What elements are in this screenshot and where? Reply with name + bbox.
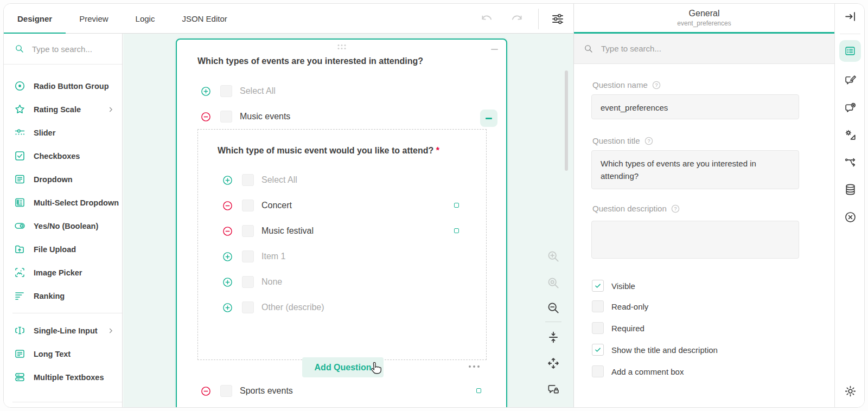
choice-checkbox[interactable] (220, 385, 232, 397)
choice-row-item-1[interactable]: Item 1 (222, 248, 285, 265)
tab-designer[interactable]: Designer (4, 4, 66, 33)
choice-row-concert[interactable]: Concert (222, 197, 292, 214)
zoom-in-icon[interactable] (546, 249, 560, 264)
fit-page-icon[interactable] (546, 330, 560, 344)
settings-sliders-icon[interactable] (551, 12, 565, 26)
general-tab-icon[interactable] (839, 40, 861, 62)
toolbox-item-dropdown[interactable]: Dropdown (4, 168, 122, 191)
choice-row-select-all[interactable]: Select All (222, 171, 297, 189)
more-actions-icon[interactable] (469, 365, 480, 368)
layout-tab-icon[interactable] (844, 74, 857, 87)
collapse-nested-question-button[interactable] (480, 110, 497, 127)
add-item-icon[interactable] (222, 252, 233, 262)
toolbox-item-rating-scale[interactable]: Rating Scale (4, 98, 122, 121)
read-only-checkbox-row[interactable]: Read-only (592, 300, 648, 312)
add-item-icon[interactable] (222, 175, 233, 185)
chevron-right-icon[interactable] (107, 106, 114, 113)
toolbox-item-checkboxes[interactable]: Checkboxes (4, 144, 122, 168)
ranking-icon (14, 290, 25, 301)
question-name-field[interactable]: event_preferences (591, 94, 799, 119)
design-surface[interactable]: Which types of events are you interested… (123, 34, 573, 407)
canvas-scrollbar[interactable] (565, 70, 568, 171)
checkbox-unchecked[interactable] (592, 365, 604, 377)
chevron-right-icon[interactable] (107, 327, 114, 335)
drag-handle-icon[interactable] (337, 44, 346, 49)
remove-item-icon[interactable] (222, 201, 233, 211)
choice-row-other[interactable]: Other (describe) (222, 299, 324, 316)
add-question-button[interactable]: Add Question (302, 357, 384, 377)
choice-checkbox[interactable] (242, 174, 254, 186)
choice-row-sports-events[interactable]: Sports events (201, 382, 293, 400)
toolbox-search-input[interactable] (31, 44, 114, 54)
checkbox-unchecked[interactable] (592, 322, 604, 334)
choice-checkbox[interactable] (242, 276, 254, 288)
zoom-actual-size-icon[interactable] (546, 276, 560, 290)
move-icon[interactable] (546, 356, 560, 370)
question-title[interactable]: Which types of events are you interested… (197, 56, 423, 66)
theme-tab-icon[interactable] (844, 128, 857, 142)
item-drag-handle-icon[interactable] (476, 388, 481, 393)
nested-question-panel[interactable]: Which type of music event would you like… (197, 129, 487, 360)
zoom-out-icon[interactable] (546, 301, 560, 315)
property-search-input[interactable] (600, 43, 826, 54)
radio-button-group-icon (14, 80, 25, 92)
choice-checkbox[interactable] (242, 251, 254, 262)
choice-checkbox[interactable] (242, 225, 254, 237)
validation-tab-icon[interactable] (844, 210, 857, 224)
choice-row-none[interactable]: None (222, 273, 282, 291)
toolbox-item-file-upload[interactable]: File Upload (4, 237, 122, 261)
data-tab-icon[interactable] (844, 183, 857, 196)
toolbox-item-boolean[interactable]: Yes/No (Boolean) (4, 214, 122, 237)
remove-item-icon[interactable] (222, 226, 233, 236)
question-description-field[interactable] (591, 221, 799, 259)
choice-checkbox[interactable] (242, 200, 254, 211)
item-drag-handle-icon[interactable] (454, 228, 459, 233)
show-title-checkbox-row[interactable]: Show the title and description (592, 344, 718, 356)
toolbox-search (4, 34, 122, 65)
toolbox-item-ranking[interactable]: Ranking (4, 284, 122, 307)
tab-preview[interactable]: Preview (66, 4, 122, 33)
collapse-panel-icon[interactable] (844, 10, 857, 23)
choice-row-music-events[interactable]: Music events (201, 108, 290, 125)
question-title-field[interactable]: Which types of events are you interested… (591, 150, 799, 189)
choice-row-select-all[interactable]: Select All (201, 82, 276, 100)
required-checkbox-row[interactable]: Required (592, 322, 644, 334)
toolbox-item-multiple-textboxes[interactable]: Multiple Textboxes (4, 365, 122, 389)
checkbox-checked[interactable] (592, 280, 604, 292)
nested-question-title[interactable]: Which type of music event would you like… (218, 146, 439, 156)
visible-checkbox-row[interactable]: Visible (592, 280, 635, 292)
question-card-selected[interactable]: Which types of events are you interested… (176, 38, 507, 407)
item-drag-handle-icon[interactable] (454, 203, 459, 208)
checkbox-checked[interactable] (592, 344, 604, 356)
help-icon[interactable]: ? (671, 204, 680, 213)
choice-checkbox[interactable] (220, 111, 232, 123)
tab-logic[interactable]: Logic (122, 4, 169, 33)
toolbox-item-multiselect-dropdown[interactable]: Multi-Select Dropdown (4, 191, 122, 214)
comment-box-checkbox-row[interactable]: Add a comment box (592, 365, 684, 377)
choice-checkbox[interactable] (220, 85, 232, 97)
checkbox-unchecked[interactable] (592, 300, 604, 312)
help-icon[interactable]: ? (652, 81, 661, 89)
undo-icon[interactable] (480, 12, 494, 26)
toolbox-item-radio-button-group[interactable]: Radio Button Group (4, 74, 122, 98)
logic-bubble-tab-icon[interactable] (844, 101, 857, 115)
remove-item-icon[interactable] (201, 112, 211, 122)
collapse-question-icon[interactable] (491, 49, 498, 50)
toolbox-item-slider[interactable]: Slider (4, 121, 122, 144)
settings-gear-icon[interactable] (844, 384, 857, 398)
add-item-icon[interactable] (222, 303, 233, 313)
choice-checkbox[interactable] (242, 301, 254, 313)
flow-tab-icon[interactable] (844, 156, 857, 169)
add-item-icon[interactable] (222, 277, 233, 287)
zoom-toolbar-divider (545, 322, 561, 322)
lock-question-icon[interactable] (546, 382, 560, 396)
toolbox-item-single-line-input[interactable]: Single-Line Input (4, 319, 122, 342)
toolbox-item-image-picker[interactable]: Image Picker (4, 261, 122, 284)
redo-icon[interactable] (510, 12, 524, 26)
remove-item-icon[interactable] (201, 386, 211, 396)
add-item-icon[interactable] (201, 86, 211, 97)
tab-json-editor[interactable]: JSON Editor (168, 4, 240, 33)
choice-row-music-festival[interactable]: Music festival (222, 222, 314, 240)
toolbox-item-long-text[interactable]: Long Text (4, 342, 122, 365)
help-icon[interactable]: ? (644, 137, 653, 145)
